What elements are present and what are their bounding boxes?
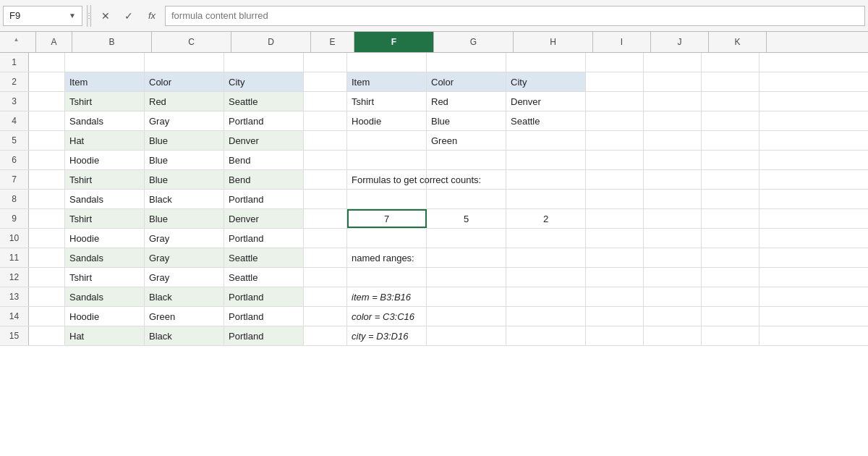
cell-a1[interactable] [29,53,65,72]
cell-e9[interactable] [304,209,347,228]
col-header-b[interactable]: B [72,32,152,52]
cell-i5[interactable] [586,131,644,150]
cell-e3[interactable] [304,92,347,111]
col-header-c[interactable]: C [152,32,231,52]
cell-j12[interactable] [644,268,702,287]
cell-h10[interactable] [506,229,586,248]
cell-k2[interactable] [702,72,760,91]
cell-e12[interactable] [304,268,347,287]
cell-c2[interactable]: Color [145,72,224,91]
cell-k14[interactable] [702,307,760,326]
row-header-13[interactable]: 13 [0,287,29,306]
cell-g10[interactable] [427,229,506,248]
cell-e5[interactable] [304,131,347,150]
cell-j6[interactable] [644,151,702,169]
cell-a11[interactable] [29,248,65,267]
cell-c10[interactable]: Gray [145,229,224,248]
cell-c3[interactable]: Red [145,92,224,111]
row-header-8[interactable]: 8 [0,190,29,208]
cell-a2[interactable] [29,72,65,91]
cell-f12[interactable] [347,268,427,287]
cell-j13[interactable] [644,287,702,306]
cell-d14[interactable]: Portland [224,307,304,326]
cell-d3[interactable]: Seattle [224,92,304,111]
cell-i2[interactable] [586,72,644,91]
cell-g8[interactable] [427,190,506,208]
cell-e10[interactable] [304,229,347,248]
row-header-10[interactable]: 10 [0,229,29,248]
cell-j3[interactable] [644,92,702,111]
cell-c7[interactable]: Blue [145,170,224,189]
cell-c11[interactable]: Gray [145,248,224,267]
cell-j7[interactable] [644,170,702,189]
cell-j5[interactable] [644,131,702,150]
col-header-d[interactable]: D [231,32,311,52]
cell-j1[interactable] [644,53,702,72]
cell-k3[interactable] [702,92,760,111]
cell-h15[interactable] [506,326,586,345]
cell-i4[interactable] [586,111,644,130]
cell-a9[interactable] [29,209,65,228]
cell-f3[interactable]: Tshirt [347,92,427,111]
cell-d1[interactable] [224,53,304,72]
cell-g9[interactable]: 5 [427,209,506,228]
cell-c15[interactable]: Black [145,326,224,345]
cell-f5[interactable] [347,131,427,150]
cell-h12[interactable] [506,268,586,287]
cell-g5[interactable]: Green [427,131,506,150]
cell-i10[interactable] [586,229,644,248]
cell-b3[interactable]: Tshirt [65,92,145,111]
row-header-2[interactable]: 2 [0,72,29,91]
cell-h5[interactable] [506,131,586,150]
cell-b14[interactable]: Hoodie [65,307,145,326]
cell-b12[interactable]: Tshirt [65,268,145,287]
cell-c4[interactable]: Gray [145,111,224,130]
cell-j8[interactable] [644,190,702,208]
cell-d15[interactable]: Portland [224,326,304,345]
cell-e8[interactable] [304,190,347,208]
cell-i7[interactable] [586,170,644,189]
cancel-formula-button[interactable]: ✕ [95,6,116,26]
cell-f1[interactable] [347,53,427,72]
name-box[interactable]: F9 ▼ [3,6,82,26]
cell-c6[interactable]: Blue [145,151,224,169]
cell-j14[interactable] [644,307,702,326]
cell-k8[interactable] [702,190,760,208]
cell-c5[interactable]: Blue [145,131,224,150]
cell-k6[interactable] [702,151,760,169]
cell-k7[interactable] [702,170,760,189]
cell-d5[interactable]: Denver [224,131,304,150]
cell-h3[interactable]: Denver [506,92,586,111]
row-header-15[interactable]: 15 [0,326,29,345]
cell-g15[interactable] [427,326,506,345]
cell-h9[interactable]: 2 [506,209,586,228]
row-header-5[interactable]: 5 [0,131,29,150]
cell-a8[interactable] [29,190,65,208]
row-header-12[interactable]: 12 [0,268,29,287]
cell-j2[interactable] [644,72,702,91]
cell-k9[interactable] [702,209,760,228]
cell-b9[interactable]: Tshirt [65,209,145,228]
cell-i11[interactable] [586,248,644,267]
row-header-4[interactable]: 4 [0,111,29,130]
cell-b13[interactable]: Sandals [65,287,145,306]
col-header-a[interactable]: A [36,32,72,52]
cell-k12[interactable] [702,268,760,287]
cell-k11[interactable] [702,248,760,267]
row-header-14[interactable]: 14 [0,307,29,326]
cell-h13[interactable] [506,287,586,306]
cell-c9[interactable]: Blue [145,209,224,228]
col-header-j[interactable]: J [651,32,709,52]
row-header-3[interactable]: 3 [0,92,29,111]
cell-b11[interactable]: Sandals [65,248,145,267]
cell-i6[interactable] [586,151,644,169]
cell-b7[interactable]: Tshirt [65,170,145,189]
cell-i3[interactable] [586,92,644,111]
cell-d6[interactable]: Bend [224,151,304,169]
cell-j9[interactable] [644,209,702,228]
cell-b4[interactable]: Sandals [65,111,145,130]
cell-h4[interactable]: Seattle [506,111,586,130]
cell-a12[interactable] [29,268,65,287]
cell-i15[interactable] [586,326,644,345]
cell-h1[interactable] [506,53,586,72]
